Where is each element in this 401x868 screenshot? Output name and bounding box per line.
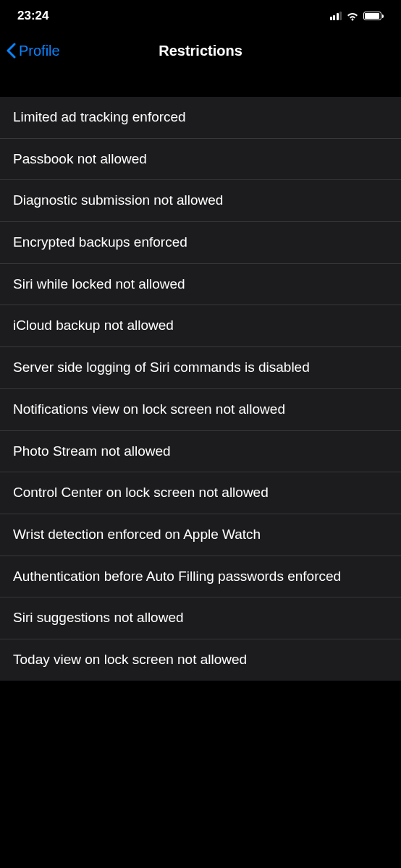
list-item: Encrypted backups enforced (0, 222, 401, 264)
list-item: Siri while locked not allowed (0, 264, 401, 306)
content-spacer (0, 69, 401, 97)
list-item: Photo Stream not allowed (0, 431, 401, 473)
list-item: Passbook not allowed (0, 139, 401, 181)
list-item: Notifications view on lock screen not al… (0, 389, 401, 431)
status-bar: 23:24 (0, 0, 401, 32)
battery-icon (363, 12, 384, 20)
list-item: Diagnostic submission not allowed (0, 180, 401, 222)
navigation-bar: Profile Restrictions (0, 32, 401, 69)
back-label: Profile (19, 43, 60, 59)
restrictions-list[interactable]: Limited ad tracking enforced Passbook no… (0, 97, 401, 681)
list-item: Authentication before Auto Filling passw… (0, 556, 401, 598)
list-item: iCloud backup not allowed (0, 305, 401, 347)
list-item: Server side logging of Siri commands is … (0, 347, 401, 389)
list-item: Today view on lock screen not allowed (0, 639, 401, 681)
status-time: 23:24 (17, 9, 200, 23)
back-button[interactable]: Profile (6, 43, 60, 59)
cellular-signal-icon (330, 12, 342, 20)
page-title: Restrictions (159, 43, 242, 59)
list-item: Limited ad tracking enforced (0, 97, 401, 139)
status-indicators (200, 12, 384, 21)
wifi-icon (346, 12, 359, 21)
list-item: Control Center on lock screen not allowe… (0, 472, 401, 514)
chevron-left-icon (6, 43, 16, 59)
list-item: Siri suggestions not allowed (0, 597, 401, 639)
list-item: Wrist detection enforced on Apple Watch (0, 514, 401, 556)
